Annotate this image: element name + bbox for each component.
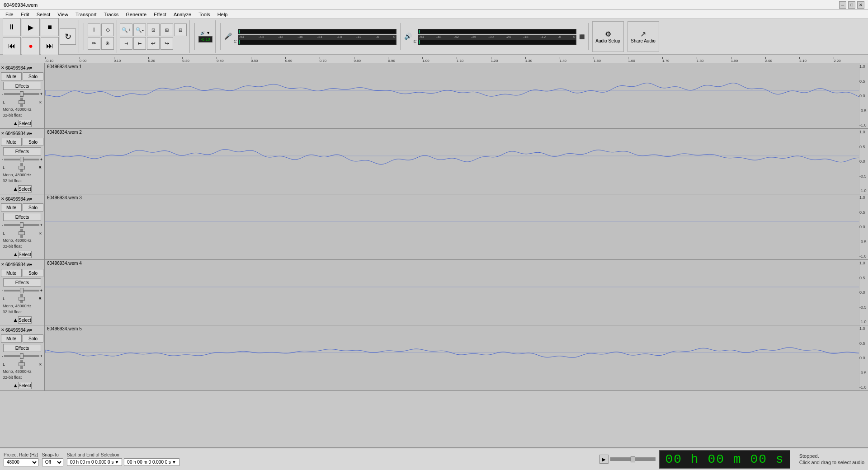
gain-plus-4: + [40,288,42,293]
solo-button-2[interactable]: Solo [23,138,43,146]
pan-slider-2[interactable] [20,163,23,172]
minimize-button[interactable]: ─ [839,1,846,9]
pan-right-2: R [38,165,42,170]
gain-slider-4[interactable] [4,290,39,291]
solo-button-3[interactable]: Solo [23,203,43,212]
play-small-button[interactable]: ▶ [599,455,609,464]
close-button[interactable]: ✕ [857,1,864,9]
ruler-ticks: -0.100.000.100.200.300.400.500.600.700.8… [45,55,868,63]
track-collapse-1[interactable]: ▲ [13,120,18,127]
menu-item-tracks[interactable]: Tracks [100,11,123,18]
play-button[interactable]: ▶ [22,18,40,36]
track-close-1[interactable]: ✕ [1,66,5,70]
menu-item-tools[interactable]: Tools [195,11,214,18]
track-gain-row-5: - + [1,352,43,360]
snap-to-select[interactable]: Off Bar Beat [42,458,63,466]
fit-selection-button[interactable]: ⊡ [147,24,160,36]
time-display-value: 00 h 00 m 00 s [665,452,784,466]
gain-slider-3[interactable] [4,224,39,226]
pan-slider-5[interactable] [20,360,23,369]
track-waveform-4[interactable]: 60496934.wem 4 1.00.50.0-0.5-1.0 [45,260,868,325]
track-waveform-5[interactable]: 60496934.wem 5 1.00.50.0-0.5-1.0 [45,325,868,390]
effects-button-5[interactable]: Effects [3,344,42,352]
solo-button-4[interactable]: Solo [23,269,43,277]
skip-start-button[interactable]: ⏮ [3,37,21,55]
undo-button[interactable]: ↩ [147,37,160,50]
pan-left-2: L [3,165,5,170]
select-button-1[interactable]: Select [18,120,32,127]
gain-slider-5[interactable] [4,355,39,357]
effects-button-2[interactable]: Effects [3,147,42,155]
selection-start-display: 00 h 00 m 0 0.000 0 s ▼ [67,458,123,466]
menu-item-view[interactable]: View [54,11,72,18]
mute-button-2[interactable]: Mute [1,138,22,146]
menu-item-generate[interactable]: Generate [122,11,150,18]
toolbar: ⏸ ▶ ■ ⏮ ● ⏭ ↻ I ◇ ✏ ✳ [0,19,868,55]
menu-item-effect[interactable]: Effect [150,11,170,18]
track-close-3[interactable]: ✕ [1,197,5,201]
share-audio-button[interactable]: ↗ Share Audio [627,21,659,52]
solo-button-1[interactable]: Solo [23,72,43,80]
mute-button-5[interactable]: Mute [1,334,22,343]
effects-button-3[interactable]: Effects [3,213,42,221]
gain-slider-1[interactable] [4,93,39,95]
envelope-tool-button[interactable]: ◇ [101,24,114,36]
effects-button-4[interactable]: Effects [3,278,42,287]
menu-item-file[interactable]: File [2,11,17,18]
solo-button-5[interactable]: Solo [23,334,43,343]
sel-start-dropdown[interactable]: ▼ [114,460,119,465]
pan-slider-3[interactable] [20,229,23,238]
multi-tool-button[interactable]: ✳ [101,37,114,50]
zoom-out-button[interactable]: 🔍- [133,24,146,36]
silence-button[interactable]: ⊢ [133,37,146,50]
pan-slider-4[interactable] [20,294,23,303]
redo-button[interactable]: ↪ [160,37,173,50]
menu-item-select[interactable]: Select [33,11,54,18]
select-button-2[interactable]: Select [18,185,32,193]
menu-item-analyze[interactable]: Analyze [170,11,195,18]
gain-slider-2[interactable] [4,159,39,160]
draw-tool-button[interactable]: ✏ [88,37,100,50]
audio-setup-button[interactable]: ⚙ Audio Setup [592,21,624,52]
track-collapse-3[interactable]: ▲ [13,251,18,258]
mute-button-4[interactable]: Mute [1,269,22,277]
pan-slider-1[interactable] [20,98,23,107]
mute-button-3[interactable]: Mute [1,203,22,212]
pause-button[interactable]: ⏸ [3,18,21,36]
zoom-toggle-button[interactable]: ⊟ [174,24,187,36]
menu-item-help[interactable]: Help [214,11,231,18]
selection-tool-button[interactable]: I [88,24,100,36]
zoom-in-button[interactable]: 🔍+ [120,24,132,36]
project-rate-section: Project Rate (Hz) 48000 44100 96000 [4,452,38,466]
select-button-4[interactable]: Select [18,316,32,324]
track-close-5[interactable]: ✕ [1,328,5,332]
trim-button[interactable]: ⊣ [120,37,132,50]
mic-icon: 🎤 [224,33,232,40]
mute-button-1[interactable]: Mute [1,72,22,80]
speed-slider[interactable] [610,457,656,461]
project-rate-select[interactable]: 48000 44100 96000 [4,458,38,466]
select-button-3[interactable]: Select [18,251,32,258]
track-collapse-5[interactable]: ▲ [13,382,18,389]
track-close-4[interactable]: ✕ [1,262,5,267]
track-waveform-3[interactable]: 60496934.wem 3 1.00.50.0-0.5-1.0 [45,194,868,259]
stop-button[interactable]: ■ [41,18,59,36]
maximize-button[interactable]: □ [848,1,855,9]
skip-end-button[interactable]: ⏭ [41,37,59,55]
effects-button-1[interactable]: Effects [3,82,42,90]
track-waveform-2[interactable]: 60496934.wem 2 1.00.50.0-0.5-1.0 [45,129,868,194]
track-collapse-4[interactable]: ▲ [13,317,18,323]
fit-project-button[interactable]: ⊞ [160,24,173,36]
menu-item-transport[interactable]: Transport [72,11,100,18]
menu-item-edit[interactable]: Edit [17,11,33,18]
track-controls-4: ✕ 60496934.w▾ Mute Solo Effects - + L [0,260,45,325]
loop-button[interactable]: ↻ [60,28,76,45]
record-button[interactable]: ● [22,37,40,55]
select-button-5[interactable]: Select [18,382,32,389]
track-waveform-1[interactable]: 60496934.wem 1 1.00.50.0-0.5-1.0 [45,63,868,128]
track-collapse-2[interactable]: ▲ [13,186,18,192]
track-close-2[interactable]: ✕ [1,131,5,136]
window-controls: ─ □ ✕ [839,1,864,9]
ruler-tick-9: 0.80 [354,59,361,63]
sel-end-dropdown[interactable]: ▼ [172,460,176,465]
